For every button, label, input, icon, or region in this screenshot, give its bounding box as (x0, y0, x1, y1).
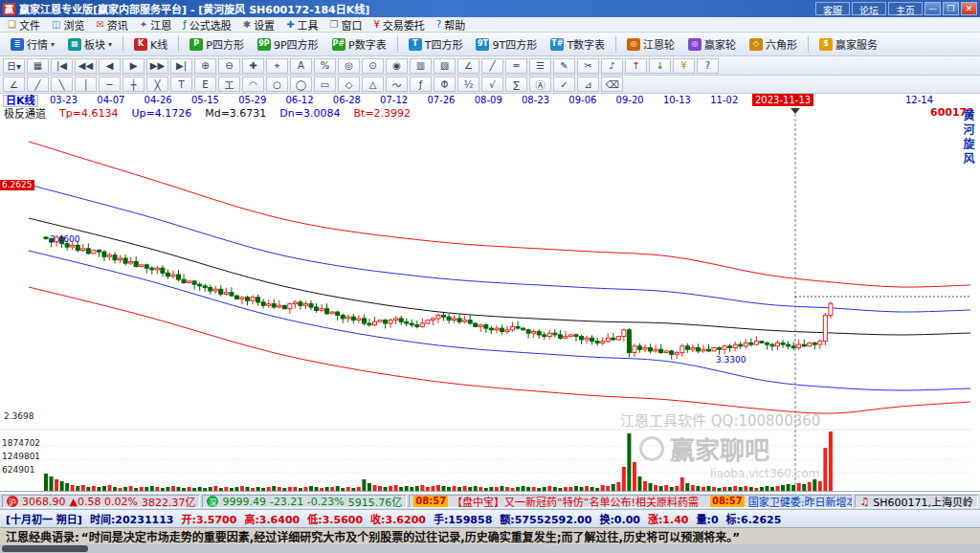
maximize-button[interactable]: ❐ (943, 2, 959, 15)
t-square-button[interactable]: TT四方形 (402, 34, 470, 55)
shenzhen-index-panel[interactable]: 深 9999.49 -23.21 -0.23% 5915.76亿 (202, 495, 407, 508)
hatch-grid-icon[interactable]: ▨ (434, 58, 456, 74)
forum-button[interactable]: 论坛 (852, 2, 886, 15)
help-menu-icon: ? (436, 20, 441, 30)
bottom-scrollbar[interactable] (0, 544, 980, 553)
hexagon-button[interactable]: ◇六角形 (743, 34, 804, 55)
rising-line-icon[interactable]: ╱ (27, 77, 49, 92)
currency-icon[interactable]: ¥ (673, 58, 695, 74)
period-day-icon[interactable]: 日▾ (3, 58, 25, 74)
circle-draw-icon[interactable]: ○ (266, 77, 288, 92)
news-headline-1[interactable]: 国家卫健委:昨日新增本土确诊病例23 (748, 495, 854, 508)
triangle-icon[interactable]: △ (362, 77, 384, 92)
wave-icon[interactable]: 〜 (386, 77, 408, 92)
9p-square-button[interactable]: 9P9P四方形 (251, 34, 325, 55)
indicator-name[interactable]: 极反通道 (4, 105, 46, 121)
zoom-out-icon[interactable]: ⊖ (218, 58, 240, 74)
cross-line-icon[interactable]: ┼ (122, 77, 145, 92)
zoom-in-icon[interactable]: ⊕ (194, 58, 216, 74)
t-number-table-button[interactable]: T#T数字表 (544, 34, 612, 55)
sum-icon[interactable]: ∑ (505, 77, 527, 92)
filled-wheel-icon[interactable]: ◉ (386, 58, 408, 74)
current-stock-panel[interactable]: ♫ SH600171,上海贝岭 (855, 495, 978, 508)
target-icon[interactable]: ⌖ (266, 58, 288, 74)
ellipse-icon[interactable]: ◯ (290, 77, 312, 92)
text-tool-icon[interactable]: A (290, 58, 312, 74)
up-arrow-icon[interactable]: ↑ (625, 58, 647, 74)
diamond-icon[interactable]: ◇ (338, 77, 360, 92)
page-back-icon[interactable]: ◀◀ (75, 58, 97, 74)
text-t-icon[interactable]: T (170, 77, 192, 92)
erase-icon[interactable]: ⌫ (601, 77, 623, 92)
quotes-button[interactable]: ≣行情▾ (4, 34, 61, 55)
menu-item-settings[interactable]: ✱设置 (237, 17, 280, 32)
customer-service-button[interactable]: 客服 (815, 2, 850, 15)
check-icon[interactable]: ✓ (553, 77, 575, 92)
arc-icon[interactable]: ◠ (242, 77, 264, 92)
scissors-icon[interactable]: ✂ (577, 58, 599, 74)
last-bar-icon[interactable]: ▶| (170, 58, 192, 74)
9t-square-button[interactable]: 9T9T四方形 (469, 34, 544, 55)
note-icon[interactable]: ♪ (601, 58, 623, 74)
phi-icon[interactable]: Φ (434, 77, 456, 92)
gann-wheel-button[interactable]: ◎江恩轮 (620, 34, 681, 55)
title-bar[interactable]: 赢 赢家江恩专业版[赢家内部服务平台] - [黄河旋风 SH600172-184… (0, 0, 980, 17)
kline-button[interactable]: KK线 (127, 34, 174, 55)
p-number-table-button[interactable]: P#P数字表 (325, 34, 393, 55)
gann-grid-icon[interactable]: 工 (218, 77, 240, 92)
kline-chart[interactable] (0, 94, 980, 494)
menu-item-file[interactable]: ❏文件 (2, 17, 46, 32)
menu-item-news[interactable]: ✉资讯 (90, 17, 133, 32)
crosshair-icon[interactable]: ✚ (242, 58, 264, 74)
menu-item-browse[interactable]: ◫浏览 (46, 17, 90, 32)
horizontal-line-icon[interactable]: ═ (505, 58, 527, 74)
vertical-line-icon[interactable]: │ (75, 77, 97, 92)
pencil-icon[interactable]: ✎ (553, 58, 575, 74)
news-headline-0[interactable]: 【盘中宝】又一新冠药“特仿”名单公布!相关原料药需 (452, 495, 699, 508)
info-segment-9: 涨:1.40 (648, 511, 689, 526)
down-arrow-icon[interactable]: ↓ (649, 58, 671, 74)
info-bar: [十月初一 朔日]时间:20231113开:3.5700高:3.6400低:3.… (0, 509, 980, 527)
menu-item-gann[interactable]: ✦江恩 (134, 17, 177, 32)
date-axis[interactable]: 03-2304-0704-2605-1505-2906-1206-2807-12… (0, 94, 980, 106)
home-button[interactable]: 主页 (888, 2, 923, 15)
menu-item-tools[interactable]: ✚工具 (280, 17, 323, 32)
elliott-wave-icon[interactable]: E (194, 77, 216, 92)
scrollbar-thumb[interactable] (2, 545, 88, 552)
shanghai-index-panel[interactable]: 沪 3068.90 ▲0.58 0.02% 3822.37亿 (2, 495, 200, 508)
bar-forward-icon[interactable]: ▶ (122, 58, 145, 74)
winner-service-button[interactable]: $赢家服务 (813, 34, 884, 55)
help-icon[interactable]: ? (697, 58, 719, 74)
half-ratio-icon[interactable]: ½ (457, 77, 479, 92)
sectors-button[interactable]: ▦板块▾ (61, 34, 119, 55)
gann-angle-icon[interactable]: ∠ (3, 77, 25, 92)
abc-label-icon[interactable]: Ⓐ (529, 77, 551, 92)
rectangle-icon[interactable]: ▭ (314, 77, 336, 92)
falling-line-icon[interactable]: ╲ (51, 77, 73, 92)
p-square-button[interactable]: PP四方形 (183, 34, 251, 55)
percent-icon[interactable]: % (314, 58, 336, 74)
grid-icon[interactable]: ▥ (410, 58, 432, 74)
news-ticker[interactable]: 08:57【盘中宝】又一新冠药“特仿”名单公布!相关原料药需08:57国家卫健委… (409, 495, 853, 508)
horizontal-ray-icon[interactable]: ─ (99, 77, 121, 92)
list-icon[interactable]: ☰ (529, 58, 551, 74)
gann-wheel-small-icon[interactable]: ◎ (338, 58, 360, 74)
fib-icon[interactable]: ƒ (410, 77, 432, 92)
close-button[interactable]: ✕ (961, 2, 977, 15)
root-icon[interactable]: √ (481, 77, 503, 92)
first-bar-icon[interactable]: |◀ (51, 58, 73, 74)
measure-icon[interactable]: ⊿ (577, 77, 599, 92)
menu-item-help[interactable]: ?帮助 (431, 17, 471, 32)
minimize-button[interactable]: — (924, 2, 941, 15)
trend-line-icon[interactable]: ╱ (481, 58, 503, 74)
x-cross-icon[interactable]: ╳ (146, 77, 168, 92)
page-forward-icon[interactable]: ▶▶ (146, 58, 168, 74)
winner-wheel-button[interactable]: ◎赢家轮 (681, 34, 743, 55)
bar-back-icon[interactable]: ◀ (99, 58, 121, 74)
board-view-icon[interactable]: ▦ (27, 58, 49, 74)
circle-tool-icon[interactable]: ⊙ (362, 58, 384, 74)
menu-item-window[interactable]: ❐窗口 (324, 17, 368, 32)
menu-item-formula-stock-pick[interactable]: ƒ公式选股 (177, 17, 237, 32)
menu-item-trade-order[interactable]: ¥交易委托 (368, 17, 430, 32)
angle-icon[interactable]: ∠ (457, 58, 479, 74)
